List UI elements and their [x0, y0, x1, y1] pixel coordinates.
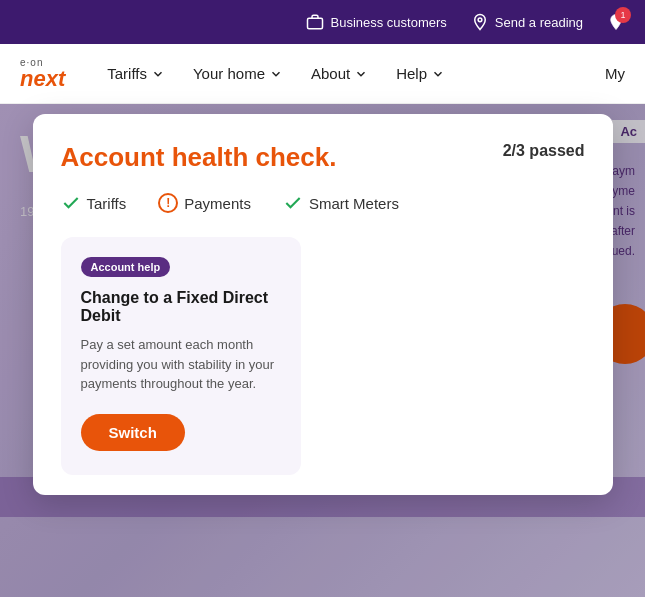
card-title: Change to a Fixed Direct Debit [81, 289, 281, 325]
card-tag: Account help [81, 257, 171, 277]
payments-warn-icon: ! [158, 193, 178, 213]
tariffs-check-icon [61, 193, 81, 213]
notification-count: 1 [615, 7, 631, 23]
your-home-chevron-icon [269, 67, 283, 81]
business-label: Business customers [330, 15, 446, 30]
notifications-button[interactable]: 1 [607, 13, 625, 31]
nav-help[interactable]: Help [384, 57, 457, 90]
nav-bar: e·on next Tariffs Your home About Help M… [0, 44, 645, 104]
check-smart-meters: Smart Meters [283, 193, 399, 213]
payments-check-label: Payments [184, 195, 251, 212]
send-reading-link[interactable]: Send a reading [471, 13, 583, 31]
check-tariffs: Tariffs [61, 193, 127, 213]
checks-row: Tariffs ! Payments Smart Meters [61, 193, 585, 213]
smart-meters-check-icon [283, 193, 303, 213]
passed-badge: 2/3 passed [503, 142, 585, 160]
check-payments: ! Payments [158, 193, 251, 213]
top-bar: Business customers Send a reading 1 [0, 0, 645, 44]
help-chevron-icon [431, 67, 445, 81]
svg-point-1 [478, 18, 482, 22]
nav-my[interactable]: My [605, 65, 625, 82]
svg-rect-0 [308, 18, 323, 29]
nav-your-home[interactable]: Your home [181, 57, 295, 90]
about-chevron-icon [354, 67, 368, 81]
logo: e·on next [20, 58, 65, 90]
tariffs-check-label: Tariffs [87, 195, 127, 212]
nav-tariffs[interactable]: Tariffs [95, 57, 177, 90]
card-description: Pay a set amount each month providing yo… [81, 335, 281, 394]
tariffs-chevron-icon [151, 67, 165, 81]
account-help-card: Account help Change to a Fixed Direct De… [61, 237, 301, 475]
logo-next: next [20, 68, 65, 90]
smart-meters-check-label: Smart Meters [309, 195, 399, 212]
send-reading-label: Send a reading [495, 15, 583, 30]
modal-title: Account health check. [61, 142, 337, 173]
nav-about[interactable]: About [299, 57, 380, 90]
nav-items: Tariffs Your home About Help My [95, 57, 625, 90]
modal-overlay: Account health check. 2/3 passed Tariffs… [0, 104, 645, 597]
health-check-modal: Account health check. 2/3 passed Tariffs… [33, 114, 613, 495]
modal-header: Account health check. 2/3 passed [61, 142, 585, 173]
business-customers-link[interactable]: Business customers [306, 13, 446, 31]
switch-button[interactable]: Switch [81, 414, 185, 451]
